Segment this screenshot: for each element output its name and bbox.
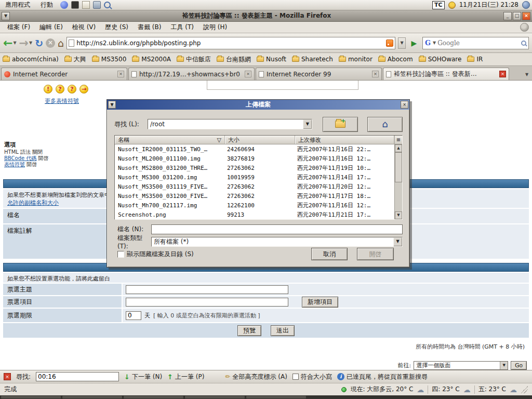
bookmark-item[interactable]: monitor: [339, 56, 373, 63]
user-icon[interactable]: [448, 2, 456, 9]
emoticon-arrow[interactable]: →: [79, 85, 88, 94]
terminal-launcher-icon[interactable]: [71, 1, 79, 9]
back-button[interactable]: ←: [3, 37, 12, 49]
column-header-name[interactable]: 名稱 ▽: [115, 136, 225, 144]
tab-close-icon[interactable]: ×: [245, 71, 251, 77]
mail-launcher-icon[interactable]: [82, 1, 90, 9]
file-row[interactable]: Nusoft_MS300_031200.img10019959西元2007年11…: [115, 172, 394, 182]
window-menu-button[interactable]: ▼: [2, 12, 10, 20]
cancel-button[interactable]: 取消: [311, 248, 348, 260]
scroll-down-icon[interactable]: ▼: [395, 211, 402, 219]
submit-button[interactable]: 送出: [271, 325, 295, 336]
emoticon-question[interactable]: ?: [56, 85, 64, 94]
taskbar-window-button[interactable]: [1, 396, 61, 398]
emoticon-exclaim[interactable]: !: [44, 85, 52, 94]
tab-close-icon[interactable]: ×: [372, 71, 379, 77]
column-header-modified[interactable]: 上次修改: [295, 136, 394, 144]
option-bbcode-link[interactable]: BBCode 代碼: [4, 155, 36, 161]
applications-menu[interactable]: 應用程式: [2, 0, 33, 10]
maximize-button[interactable]: □: [513, 12, 521, 20]
bookmark-item[interactable]: abocom(china): [3, 56, 59, 63]
find-next-button[interactable]: ↓ 下一筆 (N): [124, 373, 162, 381]
chevron-down-icon[interactable]: ▼: [393, 237, 402, 246]
match-case-option[interactable]: 符合大小寫: [292, 373, 332, 381]
show-hidden-checkbox[interactable]: [117, 251, 124, 258]
file-row[interactable]: Nusoft_ML2000_011100.img38276819西元2007年1…: [115, 154, 394, 163]
allowed-extensions-link[interactable]: 允許的副檔名和大小: [7, 200, 59, 206]
bookmark-item[interactable]: MS2000A: [132, 56, 171, 63]
file-row[interactable]: Nusoft_MS3500_031200_FIVE…27263062西元2007…: [115, 191, 394, 201]
dialog-close-button[interactable]: ×: [401, 101, 408, 109]
url-history-dropdown[interactable]: ▼: [398, 37, 406, 49]
home-button[interactable]: ⌂: [58, 37, 64, 49]
column-header-size[interactable]: 大小: [225, 136, 295, 144]
taskbar-window-button[interactable]: [246, 396, 306, 398]
look-in-combo[interactable]: /root ▼: [148, 119, 312, 129]
emoticon-question2[interactable]: ?: [68, 85, 76, 94]
poll-topic-input[interactable]: [126, 285, 288, 294]
tab-internet-recorder[interactable]: Internet Recorder ×: [1, 68, 127, 80]
bookmark-item[interactable]: IR: [467, 56, 483, 63]
preview-button[interactable]: 預覽: [237, 325, 261, 336]
taskbar-window-button[interactable]: [62, 396, 122, 398]
file-row[interactable]: Nusoft_MS2800_031200_THRE…27263062西元2007…: [115, 163, 394, 172]
clock-applet[interactable]: 11月21日(三) 21:28: [459, 1, 518, 9]
goto-button[interactable]: Go: [511, 361, 527, 370]
menu-edit[interactable]: 編輯 (E): [35, 22, 67, 33]
home-directory-button[interactable]: ⌂: [367, 117, 403, 132]
poll-option-input[interactable]: [126, 298, 288, 307]
find-prev-button[interactable]: ↑ 上一筆 (P): [167, 373, 204, 381]
bookmark-item[interactable]: 台南縣網: [217, 55, 251, 64]
bookmark-item[interactable]: MS3500: [92, 56, 127, 63]
file-row[interactable]: Nusoft_Mh700_021117.img12262100西元2007年11…: [115, 201, 394, 210]
match-case-checkbox[interactable]: [292, 374, 299, 380]
menu-history[interactable]: 歷史 (S): [101, 22, 132, 33]
open-button[interactable]: 開啓: [357, 248, 394, 260]
taskbar-window-button[interactable]: [185, 396, 245, 398]
close-button[interactable]: ×: [522, 12, 530, 20]
filetype-combo[interactable]: 所有檔案 (*) ▼: [151, 237, 403, 247]
menu-tools[interactable]: 工具 (T): [166, 22, 198, 33]
display-launcher-icon[interactable]: [93, 1, 101, 9]
tab-close-icon[interactable]: ×: [499, 71, 506, 77]
forward-button[interactable]: →: [19, 37, 29, 49]
resize-grip[interactable]: [521, 386, 528, 393]
forum-select[interactable]: 選擇一個版面 ▼: [414, 361, 508, 370]
bookmark-item[interactable]: 中信飯店: [177, 55, 211, 64]
search-submit-icon[interactable]: [521, 41, 526, 46]
bookmark-item[interactable]: 大興: [64, 55, 86, 64]
weather-now[interactable]: 現在: 大部多云, 20° C: [350, 385, 413, 394]
bookmark-item[interactable]: Abocom: [378, 56, 413, 63]
back-dropdown[interactable]: ▼: [13, 41, 16, 45]
chevron-down-icon[interactable]: ▼: [303, 119, 312, 129]
add-option-button[interactable]: 新增項目: [302, 297, 338, 308]
file-row[interactable]: Screenshot.png99213西元2007年11月21日 17:…: [115, 210, 394, 219]
browser-launcher-icon[interactable]: [60, 1, 68, 9]
tab-list-dropdown[interactable]: ▼: [523, 70, 531, 80]
bookmark-item[interactable]: Nusoft: [257, 56, 286, 63]
list-corner-button[interactable]: ▦: [394, 136, 402, 144]
highlight-all-button[interactable]: ✏ 全部高亮度標示 (A): [225, 373, 287, 381]
tab-close-icon[interactable]: ×: [117, 71, 124, 77]
scroll-up-icon[interactable]: ▲: [395, 144, 402, 152]
find-input[interactable]: [36, 372, 119, 381]
file-list-scrollbar[interactable]: ▲ ▼: [394, 144, 402, 219]
reload-button[interactable]: ↻: [35, 37, 43, 49]
bookmark-item[interactable]: Sharetech: [292, 56, 333, 63]
menu-bookmarks[interactable]: 書籤 (B): [134, 22, 165, 33]
taskbar-window-button[interactable]: [124, 396, 183, 398]
dialog-menu-button[interactable]: ▼: [108, 101, 116, 109]
more-emoticons-link[interactable]: 更多表情符號: [45, 97, 79, 105]
minimize-button[interactable]: _: [503, 12, 512, 20]
stop-button[interactable]: ×: [46, 38, 55, 48]
input-method-indicator[interactable]: TC: [432, 1, 445, 9]
search-input[interactable]: [437, 39, 520, 47]
url-input[interactable]: [76, 39, 384, 47]
search-engine-dropdown[interactable]: ▼: [433, 41, 436, 45]
actions-menu[interactable]: 行動: [37, 0, 56, 10]
rss-feed-icon[interactable]: [386, 39, 393, 47]
menu-help[interactable]: 說明 (H): [199, 22, 231, 33]
search-icon[interactable]: [104, 2, 111, 8]
findbar-close-icon[interactable]: ×: [4, 373, 11, 380]
new-folder-button[interactable]: [323, 117, 358, 132]
